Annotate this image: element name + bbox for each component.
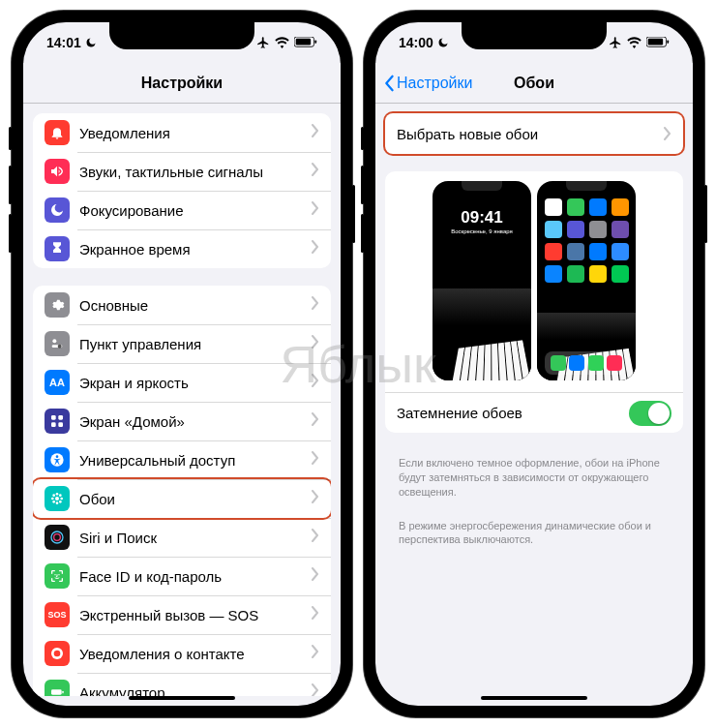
phone-right: 14:00 Настройки Обои В — [364, 11, 704, 717]
svg-point-15 — [51, 498, 54, 500]
wifi-icon — [627, 37, 641, 48]
row-label: Звуки, тактильные сигналы — [79, 164, 312, 180]
svg-point-14 — [56, 501, 59, 504]
chevron-right-icon — [312, 451, 319, 469]
dimming-toggle[interactable] — [629, 401, 671, 426]
lock-preview-time: 09:41 — [433, 208, 531, 228]
settings-row-flower[interactable]: Обои — [33, 479, 331, 518]
status-time: 14:00 — [399, 35, 433, 50]
contact-icon — [45, 641, 70, 666]
row-label: Экран и яркость — [79, 375, 312, 391]
svg-rect-9 — [58, 422, 63, 427]
settings-row-contact[interactable]: Уведомления о контакте — [33, 634, 331, 673]
hourglass-icon — [45, 236, 70, 261]
settings-row-SOS[interactable]: SOSЭкстренный вызов — SOS — [33, 595, 331, 634]
settings-row-switches[interactable]: Пункт управления — [33, 324, 331, 363]
AA-icon: AA — [45, 370, 70, 395]
svg-point-3 — [52, 339, 56, 343]
notch — [462, 22, 607, 49]
settings-row-access[interactable]: Универсальный доступ — [33, 440, 331, 479]
moon-icon — [437, 37, 449, 48]
chevron-right-icon — [312, 374, 319, 391]
settings-row-speaker[interactable]: Звуки, тактильные сигналы — [33, 152, 331, 191]
row-label: Основные — [79, 297, 312, 314]
svg-rect-6 — [51, 415, 56, 420]
svg-point-16 — [60, 498, 63, 500]
svg-point-27 — [54, 649, 57, 652]
settings-row-gear[interactable]: Основные — [33, 286, 331, 324]
chevron-right-icon — [312, 683, 319, 696]
settings-row-moon[interactable]: Фокусирование — [33, 191, 331, 229]
choose-wallpaper-row[interactable]: Выбрать новые обои — [385, 113, 683, 154]
svg-rect-1 — [296, 39, 311, 46]
chevron-right-icon — [312, 163, 319, 180]
row-label: Обои — [79, 491, 312, 507]
row-label: Уведомления о контакте — [79, 646, 312, 662]
svg-point-5 — [58, 345, 62, 349]
wifi-icon — [275, 37, 289, 48]
chevron-right-icon — [312, 645, 319, 662]
faceid-icon — [45, 563, 70, 589]
settings-row-siri[interactable]: Siri и Поиск — [33, 518, 331, 557]
svg-rect-31 — [648, 39, 663, 46]
chevron-right-icon — [312, 412, 319, 430]
settings-group-2: ОсновныеПункт управленияAAЭкран и яркост… — [33, 286, 331, 696]
nav-title: Обои — [514, 75, 554, 92]
svg-point-13 — [56, 493, 59, 496]
airplane-icon — [609, 36, 622, 49]
phone-left: 14:01 Настройки УведомленияЗвуки, тактил… — [12, 11, 352, 717]
chevron-right-icon — [664, 127, 671, 140]
settings-row-AA[interactable]: AAЭкран и яркость — [33, 363, 331, 402]
svg-point-18 — [59, 494, 62, 497]
row-label: Пункт управления — [79, 336, 312, 352]
back-button[interactable]: Настройки — [383, 75, 472, 92]
chevron-right-icon — [312, 240, 319, 258]
notch — [109, 22, 254, 49]
battery-icon — [294, 37, 317, 48]
battery-icon — [45, 680, 70, 696]
row-label: Экран «Домой» — [79, 413, 312, 430]
home-screen-preview[interactable] — [537, 181, 636, 380]
choose-wallpaper-label: Выбрать новые обои — [397, 126, 664, 142]
home-indicator[interactable] — [129, 696, 235, 700]
row-label: Фокусирование — [79, 202, 312, 219]
row-label: Экранное время — [79, 241, 312, 258]
lock-screen-preview[interactable]: 09:41 Воскресенье, 9 января — [433, 181, 531, 380]
back-label: Настройки — [397, 75, 472, 92]
svg-point-21 — [51, 531, 63, 543]
row-label: Аккумулятор — [79, 684, 312, 697]
chevron-right-icon — [312, 124, 319, 141]
svg-rect-28 — [51, 689, 62, 694]
dimming-label: Затемнение обоев — [397, 405, 629, 421]
moon-icon — [45, 197, 70, 223]
settings-row-faceid[interactable]: Face ID и код-пароль — [33, 557, 331, 595]
speaker-icon — [45, 159, 70, 184]
svg-rect-8 — [51, 422, 56, 427]
chevron-right-icon — [312, 490, 319, 507]
settings-row-battery[interactable]: Аккумулятор — [33, 673, 331, 696]
settings-group-1: УведомленияЗвуки, тактильные сигналыФоку… — [33, 113, 331, 268]
footnote-1: Если включено темное оформление, обои на… — [385, 450, 683, 500]
svg-point-20 — [59, 500, 62, 503]
status-time: 14:01 — [46, 35, 81, 50]
lock-preview-date: Воскресенье, 9 января — [433, 228, 531, 234]
svg-rect-2 — [314, 40, 316, 43]
row-label: Экстренный вызов — SOS — [79, 607, 312, 623]
battery-icon — [646, 37, 670, 48]
chevron-left-icon — [383, 75, 395, 92]
row-label: Siri и Поиск — [79, 530, 312, 546]
settings-row-hourglass[interactable]: Экранное время — [33, 229, 331, 268]
settings-row-grid[interactable]: Экран «Домой» — [33, 402, 331, 440]
bell-icon — [45, 120, 70, 145]
settings-row-bell[interactable]: Уведомления — [33, 113, 331, 152]
footnote-2: В режиме энергосбережения динамические о… — [385, 513, 683, 548]
svg-point-19 — [52, 500, 55, 503]
svg-point-26 — [54, 651, 61, 657]
chevron-right-icon — [312, 529, 319, 546]
access-icon — [45, 447, 70, 472]
home-indicator[interactable] — [481, 696, 587, 700]
chevron-right-icon — [312, 567, 319, 585]
svg-point-24 — [58, 574, 59, 575]
flower-icon — [45, 486, 70, 511]
chevron-right-icon — [312, 335, 319, 352]
